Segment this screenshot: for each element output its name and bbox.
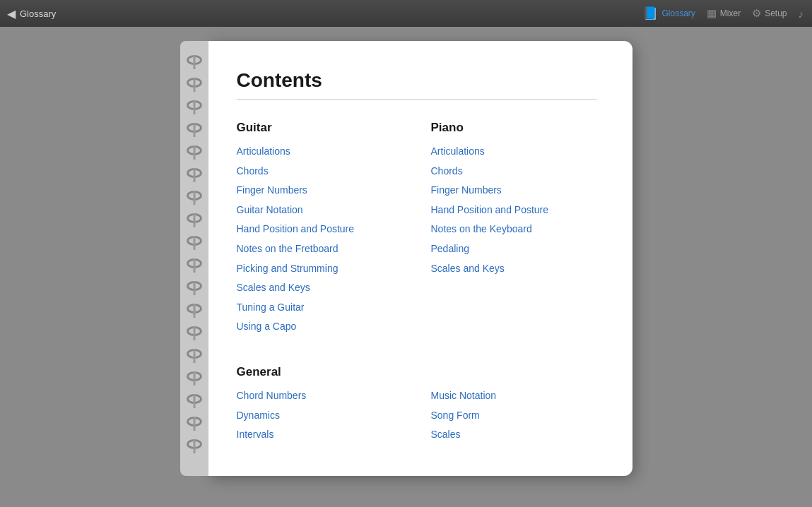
nav-music[interactable]: ♪: [799, 8, 804, 20]
spiral-ring: [187, 371, 202, 381]
nav-glossary-label: Glossary: [661, 8, 695, 18]
main-area: Contents Guitar ArticulationsChordsFinge…: [0, 27, 812, 507]
spiral-ring: [187, 439, 202, 449]
guitar-link[interactable]: Notes on the Fretboard: [237, 242, 403, 256]
piano-heading: Piano: [431, 121, 597, 135]
spiral-ring: [187, 281, 202, 291]
spiral-ring: [187, 304, 202, 314]
piano-link[interactable]: Chords: [431, 165, 597, 179]
spiral-ring: [187, 349, 202, 359]
general-heading: General: [237, 365, 597, 379]
music-icon: ♪: [799, 8, 804, 20]
spiral-ring: [187, 236, 202, 246]
spiral-ring: [187, 78, 202, 88]
topbar-title: Glossary: [20, 8, 56, 19]
general-link[interactable]: Song Form: [431, 409, 597, 423]
page-title: Contents: [237, 69, 597, 92]
guitar-link[interactable]: Guitar Notation: [237, 203, 403, 217]
piano-link[interactable]: Notes on the Keyboard: [431, 222, 597, 237]
columns-wrapper: Guitar ArticulationsChordsFinger Numbers…: [237, 121, 597, 340]
mixer-icon: ▦: [707, 7, 717, 20]
guitar-link[interactable]: Hand Position and Posture: [237, 222, 403, 237]
guitar-link[interactable]: Tuning a Guitar: [237, 301, 403, 315]
spiral-ring: [187, 168, 202, 178]
spiral-ring: [187, 123, 202, 133]
spiral-ring: [187, 394, 202, 404]
guitar-links: ArticulationsChordsFinger NumbersGuitar …: [237, 145, 403, 334]
general-link[interactable]: Dynamics: [237, 409, 403, 423]
back-icon[interactable]: ◀: [7, 7, 16, 20]
spiral-ring: [187, 213, 202, 223]
general-link[interactable]: Music Notation: [431, 389, 597, 403]
topbar: ◀ Glossary 📘 Glossary ▦ Mixer ⚙ Setup ♪: [0, 0, 812, 27]
piano-link[interactable]: Hand Position and Posture: [431, 203, 597, 217]
guitar-heading: Guitar: [237, 121, 403, 135]
general-section: General Chord NumbersDynamicsIntervals M…: [237, 365, 597, 448]
glossary-icon: 📘: [642, 6, 658, 21]
guitar-link[interactable]: Picking and Strumming: [237, 262, 403, 276]
spiral-ring: [187, 100, 202, 110]
piano-column: Piano ArticulationsChordsFinger NumbersH…: [431, 121, 597, 340]
spiral-ring: [187, 145, 202, 155]
general-right-column: Music NotationSong FormScales: [431, 389, 597, 448]
guitar-link[interactable]: Chords: [237, 165, 403, 179]
guitar-link[interactable]: Finger Numbers: [237, 184, 403, 198]
guitar-link[interactable]: Articulations: [237, 145, 403, 159]
nav-glossary[interactable]: 📘 Glossary: [642, 6, 695, 21]
spiral-ring: [187, 326, 202, 336]
topbar-right: 📘 Glossary ▦ Mixer ⚙ Setup ♪: [642, 6, 804, 21]
spine: [180, 41, 208, 476]
setup-icon: ⚙: [752, 7, 761, 20]
general-columns: Chord NumbersDynamicsIntervals Music Not…: [237, 389, 597, 448]
piano-link[interactable]: Scales and Keys: [431, 262, 597, 276]
general-link[interactable]: Scales: [431, 428, 597, 442]
spiral-ring: [187, 417, 202, 427]
guitar-link[interactable]: Using a Capo: [237, 320, 403, 334]
notebook: Contents Guitar ArticulationsChordsFinge…: [180, 41, 632, 476]
piano-link[interactable]: Finger Numbers: [431, 184, 597, 198]
nav-mixer-label: Mixer: [720, 8, 741, 18]
page: Contents Guitar ArticulationsChordsFinge…: [208, 41, 632, 476]
piano-links: ArticulationsChordsFinger NumbersHand Po…: [431, 145, 597, 275]
spiral-ring: [187, 55, 202, 65]
nav-setup-label: Setup: [765, 8, 787, 18]
general-left-column: Chord NumbersDynamicsIntervals: [237, 389, 403, 448]
guitar-column: Guitar ArticulationsChordsFinger Numbers…: [237, 121, 403, 340]
general-link[interactable]: Chord Numbers: [237, 389, 403, 403]
piano-link[interactable]: Pedaling: [431, 242, 597, 256]
topbar-left: ◀ Glossary: [7, 7, 56, 20]
nav-setup[interactable]: ⚙ Setup: [752, 7, 787, 20]
divider: [237, 99, 597, 100]
nav-mixer[interactable]: ▦ Mixer: [707, 7, 741, 20]
spiral-ring: [187, 191, 202, 201]
general-link[interactable]: Intervals: [237, 428, 403, 442]
piano-link[interactable]: Articulations: [431, 145, 597, 159]
guitar-link[interactable]: Scales and Keys: [237, 281, 403, 295]
spiral-ring: [187, 258, 202, 268]
